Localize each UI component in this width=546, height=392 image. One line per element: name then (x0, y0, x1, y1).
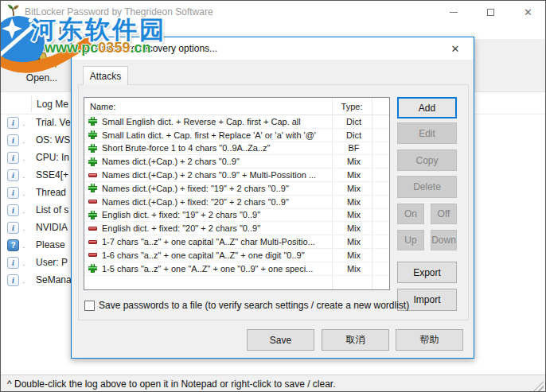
attack-state-icon (88, 171, 97, 180)
attack-name: English dict. + fixed: "19" + 2 chars "0… (102, 210, 326, 219)
attack-type: Mix (331, 157, 376, 166)
log-row-icon: i (7, 134, 19, 146)
attack-state-icon (88, 250, 97, 259)
attack-row[interactable]: Names dict.(+Cap.) + fixed: "19" + 2 cha… (84, 182, 389, 196)
password-recovery-options-dialog: Password recovery options... ✕ Attacks N… (71, 37, 474, 359)
attack-row[interactable]: 1-5 chars "a..z" + one "A..Z" + one "0..… (84, 262, 389, 276)
on-button: On (397, 204, 424, 224)
attack-type: Mix (331, 223, 376, 233)
attack-name: English dict. + fixed: "20" + 2 chars "0… (102, 223, 326, 233)
cancel-button-label: 取消 (346, 333, 365, 347)
cancel-button[interactable]: 取消 (322, 329, 389, 351)
log-row-text: List of s (36, 204, 68, 215)
log-row-text: OS: WS (36, 134, 70, 146)
attack-type: Mix (331, 197, 376, 207)
log-row-icon: i (7, 222, 19, 234)
attack-name: Small English dict. + Reverse + Cap. fir… (102, 117, 326, 126)
log-row-text: CPU: In (36, 152, 69, 163)
edit-button: Edit (397, 122, 457, 144)
menu-file[interactable]: File (8, 23, 23, 39)
log-row-text: Trial. Ve (36, 117, 71, 128)
resize-grip[interactable] (533, 381, 544, 391)
delete-button: Delete (397, 176, 457, 198)
attack-name: Short Brute-force 1 to 4 chars "0..9A..Z… (102, 143, 326, 153)
help-button[interactable]: 帮助 (396, 329, 463, 351)
minimize-icon (450, 12, 458, 13)
attack-state-icon (88, 238, 97, 246)
add-button[interactable]: Add (397, 97, 457, 118)
attack-name: Names dict.(+Cap.) + fixed: "20" + 2 cha… (102, 197, 326, 207)
attack-type: Mix (331, 170, 376, 180)
attack-type: Mix (331, 264, 376, 274)
attack-name: Names dict.(+Cap.) + 2 chars "0..9" (102, 157, 326, 166)
export-button-label: Export (413, 267, 441, 278)
tab-attacks[interactable]: Attacks (83, 66, 128, 85)
attack-type: Mix (331, 184, 376, 193)
attack-state-icon (88, 224, 97, 233)
down-button-label: Down (431, 235, 456, 246)
up-button: Up (397, 230, 424, 250)
off-button: Off (431, 204, 457, 224)
attack-row[interactable]: English dict. + fixed: "20" + 2 chars "0… (84, 222, 389, 235)
attack-row[interactable]: English dict. + fixed: "19" + 2 chars "0… (84, 209, 389, 223)
app-plant-icon (7, 4, 20, 17)
attack-row[interactable]: 1-7 chars "a..z" + one capital "A..Z" ch… (84, 235, 389, 249)
save-passwords-checkbox-row[interactable]: Save passwords to a file (to verify sear… (84, 299, 409, 312)
attack-state-icon (88, 157, 97, 166)
attack-type: Dict (331, 130, 376, 140)
copy-button: Copy (397, 149, 457, 171)
save-button[interactable]: Save (247, 329, 314, 351)
copy-button-label: Copy (415, 155, 438, 166)
column-header-name[interactable]: Name: (90, 98, 115, 115)
open-button-label: Open... (5, 72, 79, 83)
log-row-dot (19, 153, 29, 162)
log-row-dot (19, 223, 29, 232)
attacks-list-header[interactable]: Name: Type: (84, 98, 389, 115)
attack-state-icon (88, 130, 97, 139)
log-row-icon: ? (7, 239, 19, 251)
attack-name: Names dict.(+Cap.) + fixed: "19" + 2 cha… (102, 184, 326, 193)
dialog-close-button[interactable]: ✕ (443, 41, 467, 56)
attack-state-icon (88, 211, 97, 219)
log-row-text: NVIDIA (36, 222, 68, 233)
close-button[interactable]: ✕ (509, 1, 546, 23)
attack-type: Mix (331, 250, 376, 260)
column-header-type[interactable]: Type: (332, 98, 372, 115)
padlock-key-icon (24, 43, 60, 72)
export-button[interactable]: Export (397, 262, 457, 283)
attack-row[interactable]: Names dict.(+Cap.) + fixed: "20" + 2 cha… (84, 196, 389, 209)
dialog-titlebar: Password recovery options... ✕ (72, 37, 474, 60)
maximize-icon (487, 9, 494, 16)
tab-attacks-label: Attacks (90, 71, 121, 82)
save-passwords-checkbox-label: Save passwords to a file (to verify sear… (99, 300, 409, 311)
attack-name: 1-6 chars "a..z" + one capital "A..Z" + … (102, 250, 326, 260)
log-row-dot (19, 205, 29, 215)
log-row-dot (19, 258, 29, 267)
log-row-icon: i (7, 187, 19, 199)
dialog-close-icon: ✕ (451, 43, 460, 55)
log-row-dot (19, 240, 29, 250)
attack-state-icon (88, 197, 97, 206)
open-button[interactable]: Open... (5, 41, 80, 90)
log-row-text: User: P (36, 257, 68, 268)
attack-row[interactable]: Small Latin dict. + Cap. first + Replace… (84, 129, 389, 142)
attack-row[interactable]: Small English dict. + Reverse + Cap. fir… (84, 115, 389, 129)
status-text: ^ Double-click the log above to open it … (7, 375, 336, 392)
attack-row[interactable]: Short Brute-force 1 to 4 chars "0..9A..Z… (84, 142, 389, 156)
attack-list-rows: Small English dict. + Reverse + Cap. fir… (84, 115, 389, 276)
up-button-label: Up (404, 235, 416, 246)
save-button-label: Save (270, 335, 291, 346)
save-passwords-checkbox[interactable] (84, 301, 95, 311)
maximize-button[interactable] (472, 1, 509, 23)
minimize-button[interactable] (435, 1, 472, 23)
attack-row[interactable]: Names dict.(+Cap.) + 2 chars "0..9" Mix (84, 155, 389, 169)
dialog-plant-icon (80, 42, 92, 55)
log-row-icon: i (7, 117, 19, 129)
add-button-label: Add (419, 103, 435, 114)
log-row-icon: i (7, 169, 19, 181)
attack-row[interactable]: Names dict.(+Cap.) + 2 chars "0..9" + Mu… (84, 169, 389, 182)
help-button-label: 帮助 (420, 333, 439, 347)
attack-row[interactable]: 1-6 chars "a..z" + one capital "A..Z" + … (84, 249, 389, 262)
import-button-label: Import (413, 294, 440, 305)
log-row-icon: i (7, 274, 19, 286)
